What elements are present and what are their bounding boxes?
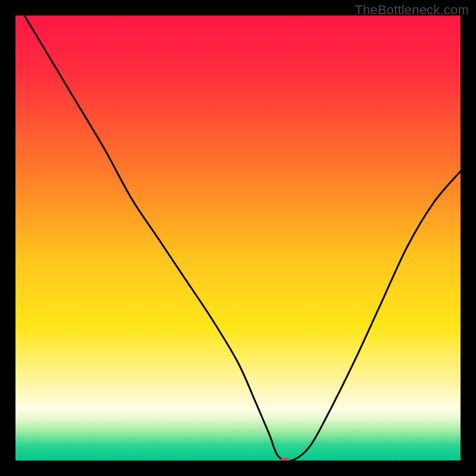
watermark-label: TheBottleneck.com [355,2,469,18]
bottleneck-chart [15,15,461,461]
plot-area [15,15,461,461]
chart-frame: TheBottleneck.com [0,0,476,476]
gradient-background [15,15,461,461]
